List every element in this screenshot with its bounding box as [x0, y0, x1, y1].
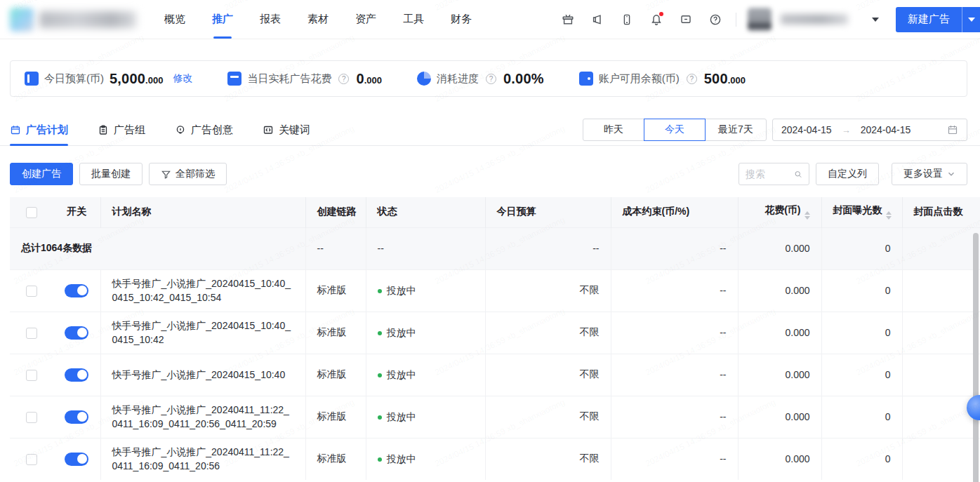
column-header-7[interactable]: 花费(币) [738, 197, 821, 227]
summary-value: 0 [356, 71, 364, 86]
help-icon[interactable] [708, 12, 723, 27]
creation-link-cell: 标准版 [305, 396, 366, 438]
row-toggle-switch[interactable] [65, 368, 88, 382]
table-body: 总计1064条数据 -- -- -- -- 0.000 0 快手号推广_小说推广… [10, 227, 980, 480]
date-start[interactable]: 2024-04-15 [781, 124, 832, 135]
row-checkbox[interactable] [26, 328, 37, 339]
account-summary-bar: 今日预算(币) 5,000.000 修改 当日实耗广告花费 ? 0.000 消耗… [10, 60, 967, 97]
date-filters: 昨天今天最近7天 2024-04-15 → 2024-04-15 [583, 119, 967, 141]
table-row: 快手号推广_小说推广_20240415_10:40_0415_10:42_041… [10, 269, 980, 312]
impressions-cell: 0 [821, 269, 902, 312]
column-header-8[interactable]: 封面曝光数 [821, 197, 902, 227]
impressions-cell: 0 [821, 396, 902, 438]
nav-item-7[interactable]: 财务 [451, 0, 472, 39]
avatar[interactable] [748, 8, 772, 32]
plan-name-link[interactable]: 快手号推广_小说推广_20240415_10:40_0415_10:42_041… [112, 276, 294, 304]
cost-constraint-cell: -- [611, 269, 738, 312]
cost-constraint-cell: -- [611, 396, 738, 438]
creation-link-cell: 标准版 [305, 269, 366, 312]
creation-link-cell: 标准版 [305, 438, 366, 480]
status-text: 投放中 [387, 453, 416, 466]
row-checkbox[interactable] [26, 454, 37, 465]
gift-icon[interactable] [560, 12, 576, 27]
summary-today-spend: 当日实耗广告花费 ? 0.000 [227, 71, 382, 87]
totals-status: -- [366, 227, 485, 269]
balance-wallet-icon [579, 72, 593, 86]
row-toggle-switch[interactable] [65, 410, 88, 424]
row-checkbox[interactable] [26, 286, 37, 297]
entity-tab-4[interactable]: 关键词 [263, 114, 310, 145]
spend-cell: 0.000 [738, 438, 821, 480]
row-toggle-switch[interactable] [65, 284, 88, 297]
creative-icon [175, 124, 186, 135]
row-toggle-switch[interactable] [65, 326, 88, 340]
plan-name-link[interactable]: 快手号推广_小说推广_20240411_11:22_0411_16:09_041… [112, 445, 294, 473]
custom-columns-button[interactable]: 自定义列 [816, 163, 879, 185]
sort-icon[interactable] [804, 211, 810, 220]
entity-tab-2[interactable]: 广告组 [98, 114, 145, 145]
status-dot-icon [378, 415, 382, 420]
batch-create-button[interactable]: 批量创建 [79, 163, 143, 185]
funnel-icon [161, 169, 171, 180]
more-settings-button[interactable]: 更多设置 [892, 163, 967, 185]
new-ad-button[interactable]: 新建广告 [896, 7, 962, 32]
account-dropdown-caret[interactable] [872, 18, 879, 22]
search-icon[interactable] [794, 169, 802, 180]
new-ad-dropdown-button[interactable] [962, 7, 980, 32]
row-checkbox[interactable] [26, 412, 37, 423]
quick-date-3[interactable]: 最近7天 [705, 119, 767, 141]
plan-name-link[interactable]: 快手号推广_小说推广_20240415_10:40 [112, 368, 294, 382]
nav-item-3[interactable]: 报表 [260, 0, 281, 39]
quick-date-2[interactable]: 今天 [644, 119, 706, 141]
main-nav: 概览推广报表素材资产工具财务 [164, 0, 472, 39]
date-end[interactable]: 2024-04-15 [861, 124, 911, 135]
cost-constraint-cell: -- [611, 312, 738, 354]
plan-name-link[interactable]: 快手号推广_小说推广_20240411_11:22_0411_16:09_041… [112, 403, 294, 431]
table-row: 快手号推广_小说推广_20240411_11:22_0411_16:09_041… [10, 396, 980, 438]
bell-icon[interactable] [649, 12, 664, 27]
modify-budget-link[interactable]: 修改 [173, 72, 192, 85]
vertical-scrollbar[interactable] [973, 233, 979, 482]
row-toggle-switch[interactable] [65, 453, 88, 466]
impressions-cell: 0 [821, 438, 902, 480]
date-range-picker[interactable]: 2024-04-15 → 2024-04-15 [772, 119, 967, 141]
calendar-icon [947, 124, 958, 135]
notification-badge [659, 12, 663, 16]
search-input[interactable] [746, 168, 791, 180]
chevron-down-icon [968, 18, 975, 22]
mobile-icon[interactable] [619, 12, 635, 27]
logo-mark [10, 8, 34, 32]
comment-icon[interactable] [678, 12, 694, 27]
entity-tab-3[interactable]: 广告创意 [175, 114, 233, 145]
nav-item-2[interactable]: 推广 [212, 0, 233, 39]
summary-spend-progress: 消耗进度 ? 0.00% [417, 71, 544, 87]
create-ad-button[interactable]: 创建广告 [10, 163, 73, 185]
status-text: 投放中 [387, 285, 416, 297]
totals-impressions: 0 [821, 227, 902, 269]
row-checkbox[interactable] [26, 370, 37, 381]
nav-item-6[interactable]: 工具 [403, 0, 424, 39]
question-circle-icon[interactable]: ? [687, 74, 697, 84]
nav-item-5[interactable]: 资产 [355, 0, 376, 39]
nav-item-4[interactable]: 素材 [307, 0, 329, 39]
table-row: 快手号推广_小说推广_20240411_11:22_0411_16:09_041… [10, 438, 980, 480]
quick-date-1[interactable]: 昨天 [583, 119, 644, 141]
nav-item-1[interactable]: 概览 [164, 0, 185, 39]
header-divider [736, 13, 736, 27]
chevron-down-icon [947, 170, 955, 178]
sort-icon[interactable] [886, 211, 892, 220]
campaign-table: 开关计划名称创建链路状态今日预算成本约束(币/%)花费(币)封面曝光数封面点击数… [10, 197, 980, 480]
table-header-row: 开关计划名称创建链路状态今日预算成本约束(币/%)花费(币)封面曝光数封面点击数 [10, 197, 980, 227]
select-all-checkbox[interactable] [26, 207, 37, 218]
filter-all-button[interactable]: 全部筛选 [149, 163, 227, 185]
megaphone-icon[interactable] [590, 12, 605, 27]
status-text: 投放中 [387, 327, 416, 340]
clicks-cell [902, 269, 980, 312]
entity-tabs-bar: 广告计划广告组广告创意关键词 昨天今天最近7天 2024-04-15 → 202… [0, 114, 980, 146]
question-circle-icon[interactable]: ? [486, 74, 496, 84]
clicks-cell [902, 354, 980, 396]
status-text: 投放中 [387, 411, 416, 424]
entity-tab-1[interactable]: 广告计划 [10, 114, 68, 145]
plan-name-link[interactable]: 快手号推广_小说推广_20240415_10:40_0415_10:42 [112, 319, 294, 347]
question-circle-icon[interactable]: ? [338, 74, 349, 84]
